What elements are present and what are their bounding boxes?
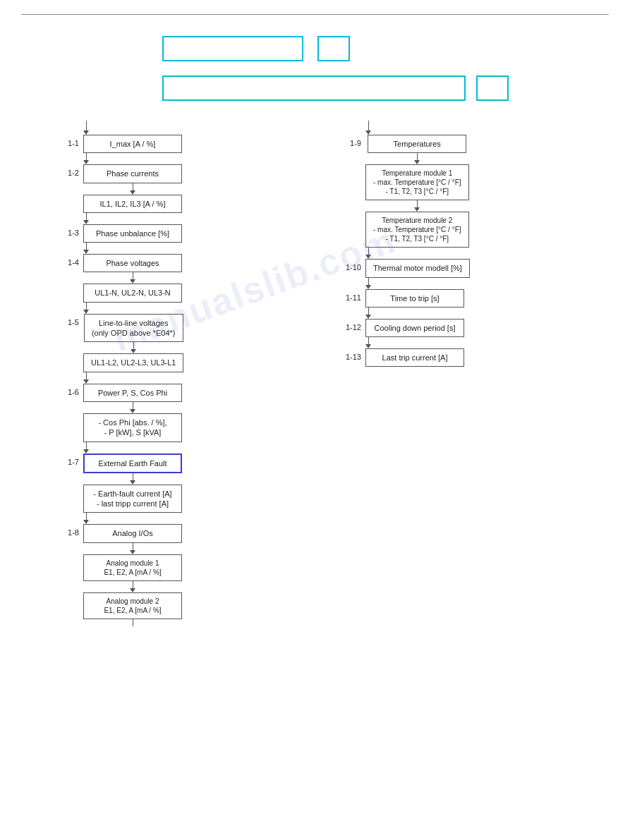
label-1-1: 1-1 (56, 135, 83, 147)
box-1-10: Thermal motor modell [%] (365, 259, 470, 277)
right-column: 1-9 Temperatures Temperature module 1 - … (325, 121, 564, 626)
label-1-5: 1-5 (56, 314, 83, 327)
label-1-6: 1-6 (56, 384, 83, 396)
box-1-8: Analog I/Os (83, 524, 182, 542)
box-1-11: Time to trip [s] (365, 289, 464, 308)
label-1-9: 1-9 (339, 135, 365, 147)
header-box-2 (317, 36, 350, 61)
flow-item-1-6: 1-6 Power P, S, Cos Phi - Cos Phi [abs. … (56, 384, 182, 442)
flowchart: 1-1 I_max [A / %] 1-2 Phase currents IL1… (21, 121, 609, 626)
box-1-6-sub: - Cos Phi [abs. / %], - P [kW], S [kVA] (83, 413, 182, 442)
box-1-9: Temperatures (368, 135, 466, 153)
label-1-3: 1-3 (56, 224, 83, 237)
header-row-2 (21, 75, 609, 101)
box-1-13: Last trip current [A] (365, 348, 464, 367)
flow-item-1-1: 1-1 I_max [A / %] (56, 135, 182, 153)
header-box-1 (162, 36, 303, 61)
box-1-12: Cooling down period [s] (365, 319, 464, 337)
box-1-7: External Earth Fault (83, 454, 182, 473)
flow-item-1-4: 1-4 Phase voltages UL1-N, UL2-N, UL3-N (56, 254, 182, 303)
label-1-8: 1-8 (56, 524, 83, 537)
flow-item-1-9: 1-9 Temperatures Temperature module 1 - … (339, 135, 469, 248)
flow-item-1-3: 1-3 Phase unbalance [%] (56, 224, 182, 243)
label-1-12: 1-12 (339, 319, 365, 331)
flow-item-1-5: 1-5 Line-to-line voltages (only OPD abov… (56, 314, 183, 372)
flow-item-1-12: 1-12 Cooling down period [s] (339, 319, 464, 337)
top-divider (21, 14, 609, 15)
flow-item-1-10: 1-10 Thermal motor modell [%] (339, 259, 470, 277)
box-1-3: Phase unbalance [%] (83, 224, 182, 243)
header-box-3 (162, 75, 466, 101)
flow-item-1-13: 1-13 Last trip current [A] (339, 348, 464, 367)
label-1-11: 1-11 (339, 289, 365, 302)
flow-item-1-8: 1-8 Analog I/Os Analog module 1 E1, E2, … (56, 524, 182, 626)
page: manualslib.com 1-1 I_max [A / %] (0, 0, 630, 840)
label-1-13: 1-13 (339, 348, 365, 361)
box-1-5: Line-to-line voltages (only OPD above *E… (84, 314, 183, 343)
flow-item-1-7: 1-7 External Earth Fault - Earth-fault c… (56, 454, 182, 513)
box-1-6: Power P, S, Cos Phi (83, 384, 182, 402)
header-row-1 (21, 36, 609, 61)
box-1-1: I_max [A / %] (83, 135, 182, 153)
label-1-2: 1-2 (56, 164, 83, 177)
box-1-9-sub1: Temperature module 1 - max. Temperature … (365, 164, 469, 200)
box-1-4-sub: UL1-N, UL2-N, UL3-N (83, 284, 182, 302)
box-1-9-sub2: Temperature module 2 - max. Temperature … (365, 212, 469, 248)
box-1-8-sub2: Analog module 2 E1, E2, A [mA / %] (83, 592, 182, 619)
box-1-8-sub1: Analog module 1 E1, E2, A [mA / %] (83, 554, 182, 581)
box-1-2: Phase currents (83, 164, 182, 183)
box-1-5-sub: UL1-L2, UL2-L3, UL3-L1 (83, 353, 183, 372)
left-column: 1-1 I_max [A / %] 1-2 Phase currents IL1… (56, 121, 325, 626)
flow-item-1-11: 1-11 Time to trip [s] (339, 289, 464, 308)
label-1-7: 1-7 (56, 454, 83, 466)
flow-item-1-2: 1-2 Phase currents IL1, IL2, IL3 [A / %] (56, 164, 182, 213)
box-1-4: Phase voltages (83, 254, 182, 272)
header-box-4 (476, 75, 509, 101)
box-1-7-sub: - Earth-fault current [A] - last tripp c… (83, 485, 182, 513)
label-1-10: 1-10 (339, 259, 365, 272)
box-1-2-sub: IL1, IL2, IL3 [A / %] (83, 195, 182, 213)
label-1-4: 1-4 (56, 254, 83, 267)
